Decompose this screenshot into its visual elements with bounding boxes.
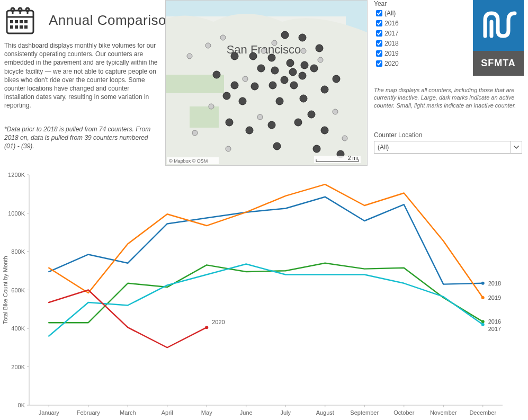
year-checkbox[interactable] [376,50,382,57]
svg-text:October: October [393,409,414,416]
counter-location-label: Counter Location [374,131,522,139]
svg-point-37 [269,82,276,89]
svg-text:August: August [316,409,334,416]
svg-point-26 [249,52,257,60]
counter-location-select[interactable]: (All) [374,141,522,154]
svg-point-118 [481,320,485,323]
svg-point-52 [226,119,233,126]
svg-rect-18 [166,1,367,16]
svg-text:September: September [350,409,379,416]
year-filter-label: Year [374,0,416,7]
year-checkbox[interactable] [376,30,382,37]
counter-location-value: (All) [378,144,389,151]
counter-map[interactable]: San Francisco [165,0,368,166]
svg-point-39 [231,82,238,89]
svg-text:1200K: 1200K [8,172,25,178]
svg-point-42 [239,97,246,105]
svg-text:2020: 2020 [212,319,225,325]
svg-point-34 [257,65,265,72]
svg-point-33 [299,72,306,79]
svg-point-66 [257,114,263,120]
year-option-all[interactable]: (All) [374,8,416,18]
year-checkbox[interactable] [376,20,382,26]
svg-point-45 [321,86,328,93]
year-checkbox[interactable] [376,40,382,47]
line-chart[interactable]: 0K200K400K600K800K1000K1200KTotal Bike C… [0,168,528,420]
svg-point-49 [294,119,302,126]
svg-point-48 [321,127,328,134]
svg-point-40 [213,71,220,78]
svg-text:June: June [240,409,253,416]
map-attribution: © Mapbox © OSM [167,157,219,164]
year-option-2019[interactable]: 2019 [374,49,416,58]
svg-text:May: May [201,409,212,416]
svg-rect-13 [10,25,13,29]
svg-rect-11 [24,20,28,23]
svg-rect-14 [15,25,18,29]
svg-text:200K: 200K [11,364,25,370]
logo-text: SFMTA [481,58,516,69]
svg-point-35 [281,76,288,84]
svg-point-59 [272,40,277,46]
svg-point-67 [333,109,338,114]
svg-text:Total Bike Count by Month: Total Bike Count by Month [2,256,8,324]
svg-rect-15 [20,25,23,29]
svg-point-25 [231,52,238,60]
svg-point-47 [308,111,315,118]
svg-text:December: December [469,409,496,416]
chevron-down-icon [511,141,522,153]
svg-text:November: November [430,409,457,416]
svg-point-54 [313,145,320,153]
svg-text:0K: 0K [18,402,25,408]
svg-point-30 [310,65,318,72]
svg-point-31 [271,67,279,74]
year-option-2020[interactable]: 2020 [374,59,416,68]
svg-point-68 [342,136,347,141]
year-checkbox[interactable] [376,60,382,67]
svg-point-51 [246,127,253,134]
svg-point-122 [205,326,208,329]
svg-rect-12 [29,20,32,23]
svg-rect-16 [24,25,28,29]
svg-text:1000K: 1000K [8,210,25,217]
svg-point-64 [209,104,214,109]
svg-text:400K: 400K [11,325,25,332]
svg-point-23 [299,34,306,41]
svg-point-24 [316,44,323,52]
svg-point-57 [205,43,211,48]
svg-point-44 [300,95,307,102]
svg-text:2019: 2019 [488,294,501,301]
svg-point-56 [187,53,192,59]
svg-point-22 [281,31,289,39]
svg-point-53 [273,142,281,150]
svg-point-69 [226,146,231,151]
year-option-2016[interactable]: 2016 [374,19,416,28]
svg-text:© Mapbox © OSM: © Mapbox © OSM [169,158,208,164]
svg-text:January: January [39,409,60,416]
svg-point-121 [481,296,485,299]
description-text: This dashboard displays monthly bike vol… [4,41,159,110]
year-checkbox[interactable] [376,10,382,16]
svg-text:March: March [120,409,136,416]
svg-point-62 [318,57,323,62]
svg-text:February: February [77,409,101,416]
svg-text:600K: 600K [11,287,25,293]
svg-point-29 [301,61,308,69]
svg-point-50 [268,121,275,129]
svg-point-60 [261,48,266,53]
svg-point-36 [290,82,298,89]
year-option-2018[interactable]: 2018 [374,39,416,48]
svg-text:2 mi: 2 mi [348,155,358,161]
svg-point-43 [276,97,283,105]
sfmta-logo: SFMTA [473,0,524,76]
muni-icon [480,7,517,44]
svg-text:2016: 2016 [488,318,501,325]
year-option-2017[interactable]: 2017 [374,29,416,38]
svg-rect-8 [10,20,13,23]
svg-text:800K: 800K [11,248,25,255]
svg-point-65 [192,130,198,136]
page-title: Annual Comparison [49,12,174,29]
svg-point-41 [223,92,230,100]
svg-point-28 [287,59,294,67]
map-note: The map displays all counters, including… [374,86,522,109]
